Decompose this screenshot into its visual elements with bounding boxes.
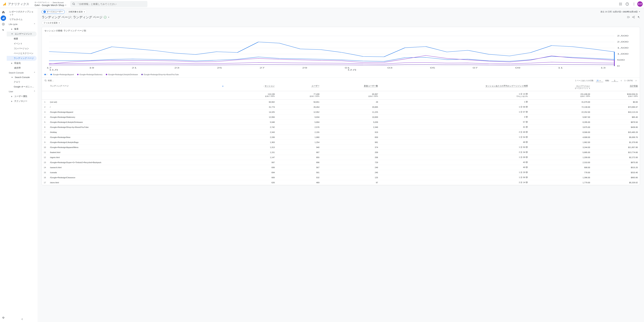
date-range-picker[interactable]: 過去 28 日間 11月17日～2023年12月14日 bbox=[600, 11, 640, 13]
nav-acquisition[interactable]: 集客 bbox=[7, 27, 36, 32]
table-row[interactable]: 7/Holiday2,3432,1559192 分 49 秒8,566.00$1… bbox=[42, 130, 640, 135]
svg-point-3 bbox=[72, 3, 74, 5]
nav-user[interactable]: User⌃ bbox=[7, 89, 38, 94]
nav-landing[interactable]: ランディング ページ bbox=[7, 56, 36, 61]
col-avg-engagement[interactable]: セッションあたりの平均エンゲージメント時間 bbox=[380, 83, 530, 91]
svg-point-24 bbox=[3, 30, 4, 31]
svg-text:19: 19 bbox=[89, 67, 94, 69]
table-row[interactable]: 6/Google+Redesign/Shop+by+Brand/YouTube2… bbox=[42, 125, 640, 130]
table-row[interactable]: 16/Google+Redesign/Clearance6695321251 分… bbox=[42, 175, 640, 180]
share-icon[interactable] bbox=[632, 16, 635, 19]
chart-legend: //Google+Redesign/Apparel/Google+Redesig… bbox=[42, 73, 640, 78]
legend-item[interactable]: / bbox=[44, 74, 47, 76]
help-icon[interactable]: ? bbox=[624, 1, 630, 8]
legend-item[interactable]: /Google+Redesign/Apparel bbox=[50, 74, 74, 76]
nav-snapshot[interactable]: レポートのスナップショット bbox=[7, 10, 36, 17]
chevron-down-icon[interactable] bbox=[108, 17, 109, 18]
avatar[interactable]: 谷井 bbox=[637, 1, 643, 7]
prev-page-button[interactable]: ‹ bbox=[620, 79, 622, 82]
legend-item[interactable]: /Google+Redesign/Lifestyle/Drinkware bbox=[106, 74, 138, 76]
col-dimension[interactable]: ランディング ページ+ bbox=[48, 83, 227, 91]
nav-retention[interactable]: 維持率 bbox=[7, 66, 36, 71]
svg-rect-19 bbox=[2, 18, 3, 19]
nav-monetization[interactable]: 収益化 bbox=[7, 61, 36, 66]
svg-point-26 bbox=[632, 17, 633, 18]
svg-text:23: 23 bbox=[174, 67, 179, 69]
rail-explore[interactable] bbox=[1, 22, 6, 27]
nav-tech[interactable]: テクノロジー bbox=[7, 99, 36, 104]
svg-text:27: 27 bbox=[260, 67, 265, 69]
chevron-right-icon bbox=[12, 101, 12, 102]
nav-engagement[interactable]: エンゲージメント bbox=[7, 32, 36, 37]
table-search[interactable] bbox=[44, 79, 73, 82]
table-row[interactable]: 3/Google+Redesign/Apparel14,32512,95211,… bbox=[42, 110, 640, 115]
table-row[interactable]: 2/31,77426,45420,0051 分 58 秒72,130.00$73… bbox=[42, 105, 640, 110]
table-row[interactable]: 8/Google+Redesign/New2,3381,8806591 分 54… bbox=[42, 135, 640, 140]
table-row[interactable]: 5/Google+Redesign/Lifestyle/Drinkware5,9… bbox=[42, 120, 640, 125]
col-new-users[interactable]: 新規ユーザー数 bbox=[322, 83, 380, 91]
chip-all-users[interactable]: すすべてのユーザー bbox=[42, 10, 65, 14]
nav-queries[interactable]: クエリ bbox=[7, 80, 36, 84]
chevron-down-icon bbox=[12, 34, 13, 34]
rail-reports[interactable] bbox=[1, 16, 6, 21]
rail-home[interactable] bbox=[1, 10, 6, 15]
table-row[interactable]: 9/Google+Redesign/Lifestyle/Bags1,3631,2… bbox=[42, 140, 640, 145]
svg-rect-1 bbox=[4, 4, 5, 5]
table-row[interactable]: 17/store.html626469972 分 14 秒1,779.00$5,… bbox=[42, 180, 640, 185]
nav-user-attrs[interactable]: ユーザー属性 bbox=[7, 94, 36, 99]
property-picker[interactable]: すべてのアカウント Demo Account GA4 - Google Merc… bbox=[34, 1, 66, 7]
nav-events[interactable]: イベント bbox=[7, 41, 36, 46]
svg-text:01: 01 bbox=[345, 67, 350, 69]
table-row[interactable]: 12/signin.html1,1478552061 分 09 秒1,209.0… bbox=[42, 155, 640, 160]
page-title: ランディング ページ: ランディング ページ bbox=[42, 15, 102, 20]
svg-text:09: 09 bbox=[515, 67, 520, 69]
svg-text:2,000: 2,000 bbox=[617, 41, 628, 43]
nav-search-console-sub[interactable]: Search Console bbox=[7, 75, 36, 80]
nav-google-organic[interactable]: Google オーガニック検索レ… bbox=[7, 84, 36, 89]
search-input[interactable] bbox=[70, 1, 148, 7]
chip-add-filter[interactable]: フィルタを追加+ bbox=[42, 21, 62, 25]
nav-conversions[interactable]: コンバージョン bbox=[7, 46, 36, 51]
nav-search-console[interactable]: Search Console⌃ bbox=[7, 71, 38, 75]
svg-point-8 bbox=[619, 4, 620, 4]
feedback-icon[interactable] bbox=[630, 1, 637, 8]
table-row[interactable]: 14/asearch.html69956724949 秒908.00$515.2… bbox=[42, 165, 640, 170]
table-row[interactable]: 4/Google+Redesign/Stationery12,9569,8341… bbox=[42, 115, 640, 120]
apps-icon[interactable] bbox=[617, 1, 624, 8]
nav-pages[interactable]: ページとスクリーン bbox=[7, 51, 36, 56]
svg-text:0: 0 bbox=[617, 65, 620, 67]
main-content: すすべてのユーザー 比較対象を追加+ 過去 28 日間 11月17日～2023年… bbox=[38, 8, 644, 322]
nav-lifecycle[interactable]: Life cycle⌃ bbox=[7, 22, 38, 27]
legend-item[interactable]: /Google+Redesign/Shop+by+Brand/YouTube bbox=[142, 74, 179, 76]
add-dimension-button[interactable]: + bbox=[221, 85, 225, 88]
rail-advertising[interactable] bbox=[1, 28, 6, 33]
table-row[interactable]: 15/canada6945812451 分 29 秒778.00$310.40 bbox=[42, 170, 640, 175]
col-users[interactable]: ユーザー bbox=[277, 83, 321, 91]
table-row[interactable]: 11/basket.html1,1518872092 分 34 秒5,885.0… bbox=[42, 150, 640, 155]
col-revenue[interactable]: 合計収益 bbox=[592, 83, 640, 91]
next-page-button[interactable]: › bbox=[635, 79, 637, 82]
customize-icon[interactable] bbox=[627, 16, 630, 19]
collapse-nav-button[interactable] bbox=[7, 318, 38, 321]
table-row[interactable]: 1(not set)60,90250,651281 秒31,079.00$0.0… bbox=[42, 100, 640, 105]
table-row[interactable]: 13/Google+Redesign/Super+G+Timbuk2+Recyc… bbox=[42, 160, 640, 165]
svg-point-7 bbox=[621, 3, 622, 3]
col-sessions[interactable]: ↓ セッション bbox=[227, 83, 277, 91]
svg-point-17 bbox=[634, 4, 634, 4]
legend-item[interactable]: /Google+Redesign/Stationery bbox=[77, 74, 102, 76]
nav-overview[interactable]: 概要 bbox=[7, 37, 36, 41]
rows-per-page-select[interactable]: 25 bbox=[596, 79, 603, 82]
svg-text:29: 29 bbox=[302, 67, 307, 69]
rail-admin[interactable] bbox=[1, 315, 6, 321]
chip-add-compare[interactable]: 比較対象を追加+ bbox=[67, 10, 87, 14]
table-row[interactable]: 10/Google+Redesign/Apparel/Mens1,3139403… bbox=[42, 145, 640, 150]
col-conversions[interactable]: コンバージョンすべてのイベント bbox=[530, 83, 592, 91]
insights-icon[interactable] bbox=[637, 16, 640, 19]
svg-point-59 bbox=[45, 80, 46, 81]
chevron-down-icon bbox=[639, 12, 640, 12]
nav-realtime[interactable]: リアルタイム bbox=[7, 17, 36, 22]
chevron-down-icon bbox=[12, 77, 13, 78]
svg-point-27 bbox=[634, 16, 634, 17]
goto-input[interactable] bbox=[612, 80, 618, 82]
logo[interactable]: アナリティクス bbox=[1, 2, 30, 6]
